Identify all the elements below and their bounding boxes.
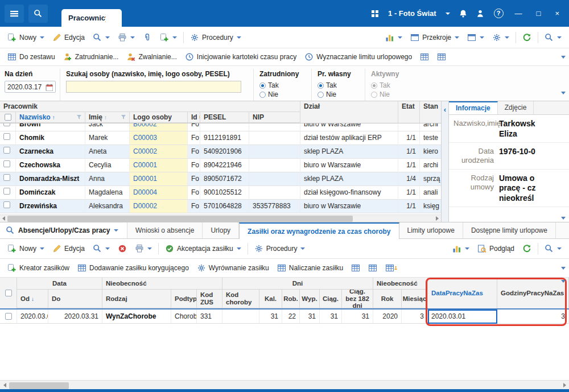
chevron-down-icon[interactable] [446, 13, 450, 15]
search-benefit-button[interactable] [89, 242, 114, 255]
tab-urlopy[interactable]: Urlopy [203, 222, 239, 238]
chart-menu-button[interactable] [381, 31, 406, 44]
column-header-id[interactable]: Id u [188, 112, 200, 123]
new-button[interactable]: Nowy [3, 31, 48, 44]
edit-button[interactable]: Edycja [48, 31, 89, 44]
panel-scroll-chevron-icon[interactable] [561, 217, 566, 220]
filter-overflow-chevron-icon[interactable] [561, 92, 566, 94]
checkbox-icon[interactable] [5, 114, 11, 121]
chevron-down-icon[interactable] [237, 36, 241, 39]
column-header-logo-osoby[interactable]: Logo osoby [130, 112, 188, 123]
document-menu-button[interactable] [156, 31, 181, 44]
quick-search-button[interactable] [541, 31, 566, 44]
delete-benefit-button[interactable] [114, 242, 131, 255]
search-person-input[interactable] [66, 81, 241, 93]
tab-wnioski-o-absencje[interactable]: Wnioski o absencje [127, 222, 203, 238]
accept-benefit-button[interactable]: Akceptacja zasiłku [161, 242, 245, 255]
window-settings-button[interactable] [488, 31, 513, 44]
zatrudniony-tak-radio[interactable]: Tak [259, 81, 307, 90]
row-checkbox[interactable] [0, 310, 17, 324]
column-header-nazwisko[interactable]: Nazwisko↑ [16, 112, 85, 123]
cell-datapracynazas-selected[interactable]: 2020.03.01 [428, 310, 497, 324]
column-header-od[interactable]: Od↓ [17, 290, 48, 308]
chevron-down-icon[interactable] [505, 36, 509, 39]
column-header-rob[interactable]: Rob. [282, 290, 300, 308]
column-header-dzial[interactable]: Dział [300, 101, 398, 123]
panel-collapse-strip[interactable]: ‹ [441, 101, 449, 222]
tab-pracownicy[interactable]: Pracownicy [61, 9, 122, 27]
column-header-datapracynazas[interactable]: DataPracyNaZas [428, 278, 497, 308]
table-row[interactable]: Domaradzka-Miszt Anna D00001 Fo 89050716… [0, 172, 441, 186]
chevron-down-icon[interactable] [130, 36, 135, 39]
table-row[interactable]: Brown Jack B00002 Fo biuro w Warszawie a… [0, 123, 441, 131]
column-header-godzinypracynazas[interactable]: GodzinyPracyNaZas [497, 278, 569, 308]
tab-zasilki[interactable]: Zasiłki oraz wynagrodzenie za czas choro… [239, 222, 399, 239]
checkbox-icon[interactable] [3, 201, 10, 208]
select-all-checkbox[interactable] [0, 112, 16, 123]
group-header-nieobecnosc[interactable]: Nieobecność [102, 278, 222, 290]
procedures-button[interactable]: Procedury [186, 31, 245, 44]
table-row[interactable]: Czarnecka Aneta C00002 Fo 5409201906 skl… [0, 145, 441, 159]
refresh-button[interactable] [518, 242, 535, 255]
checkbox-icon[interactable] [3, 147, 10, 154]
tab-zdjecie[interactable]: Zdjęcie [498, 101, 534, 114]
open-window-menu-button[interactable] [463, 31, 488, 44]
column-header-rodzaj[interactable]: Rodzaj [102, 290, 171, 308]
checkbox-icon[interactable] [3, 123, 10, 126]
chevron-down-icon[interactable] [398, 36, 402, 39]
print-benefit-button[interactable] [131, 242, 156, 255]
column-header-nip[interactable]: NIP [249, 112, 300, 123]
column-header-kal[interactable]: Kal. [259, 290, 282, 308]
benefit-equalization-button[interactable]: Wyrównanie zasiłku [193, 261, 273, 275]
columns-overflow-chevron-icon[interactable] [561, 280, 566, 283]
benefit-calculation-button[interactable]: Naliczanie zasiłku [273, 261, 347, 275]
zatrudniony-nie-radio[interactable]: Nie [259, 90, 307, 99]
page-horizontal-scrollbar[interactable] [0, 380, 569, 389]
filter-funnel-icon[interactable] [77, 115, 81, 119]
scrollbar-track[interactable] [9, 381, 560, 389]
row-checkbox[interactable] [0, 123, 16, 131]
close-button[interactable]: × [552, 8, 562, 19]
chevron-down-icon[interactable] [105, 247, 110, 250]
chevron-down-icon[interactable] [40, 247, 44, 250]
import-table-button[interactable] [381, 261, 402, 275]
table-row[interactable]: Drzewińska Aleksandra D00002 Fo 57010648… [0, 200, 441, 213]
tab-informacje[interactable]: Informacje [449, 101, 498, 114]
checkbox-icon[interactable] [3, 188, 10, 195]
scrollbar-thumb[interactable] [9, 382, 69, 389]
add-to-set-button[interactable]: Do zestawu [3, 50, 59, 64]
row-checkbox[interactable] [0, 186, 16, 200]
chevron-down-icon[interactable] [114, 229, 118, 232]
tab-limity-urlopowe[interactable]: Limity urlopowe [399, 222, 463, 238]
preview-button[interactable]: Podgląd [473, 242, 518, 255]
row-checkbox[interactable] [0, 131, 16, 145]
chevron-down-icon[interactable] [147, 247, 152, 250]
chevron-down-icon[interactable] [105, 36, 110, 39]
column-header-ciag[interactable]: Ciąg. [320, 290, 342, 308]
edit-benefit-button[interactable]: Edycja [48, 242, 89, 255]
column-header-imie[interactable]: Imię↑ [85, 112, 130, 123]
notifications-bell-icon[interactable] [459, 9, 468, 18]
column-header-stan[interactable]: Stan [420, 101, 441, 123]
scrollbar-track[interactable] [7, 215, 434, 222]
sort-descending-icon[interactable]: ↓ [31, 296, 34, 302]
chevron-down-icon[interactable] [300, 247, 305, 250]
sort-ascending-icon[interactable]: ↑ [52, 114, 55, 121]
tab-dostepne-limity-urlopowe[interactable]: Dostępne limity urlopowe [463, 222, 556, 238]
table-row[interactable]: Chomik Marek C00003 Fo 9112191891 dział … [0, 131, 441, 145]
add-correcting-benefit-button[interactable]: Dodawanie zasiłku korygującego [73, 261, 193, 275]
chevron-down-icon[interactable] [237, 247, 241, 250]
column-header-pesel[interactable]: PESEL [200, 112, 249, 123]
column-header-miesiac[interactable]: Miesiąc [402, 290, 428, 308]
table-row[interactable]: Domińczak Magdalena D00004 Fo 9001025512… [0, 186, 441, 200]
column-layout-button[interactable] [416, 50, 433, 64]
scroll-right-button[interactable] [560, 381, 569, 390]
group-header-dni[interactable]: Dni [222, 278, 373, 290]
attachments-button[interactable] [139, 31, 156, 44]
views-button[interactable]: Przekroje [406, 31, 463, 44]
scroll-right-button[interactable] [434, 215, 441, 222]
init-timesheet-button[interactable]: Inicjowanie kartoteki czasu pracy [181, 50, 300, 64]
group-header-data[interactable]: Data [17, 278, 102, 290]
scroll-left-button[interactable] [0, 215, 7, 222]
benefit-row[interactable]: 2020.03.01 2020.03.31 WynZaChorobe Choro… [0, 310, 569, 324]
